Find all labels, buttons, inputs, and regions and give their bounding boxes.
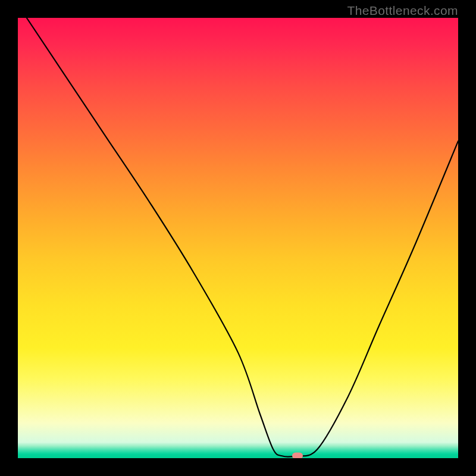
plot-area — [18, 18, 458, 458]
bottleneck-line — [18, 18, 458, 458]
chart-frame: TheBottleneck.com — [0, 0, 476, 476]
watermark-label: TheBottleneck.com — [347, 4, 458, 18]
optimal-point-marker — [292, 453, 303, 458]
